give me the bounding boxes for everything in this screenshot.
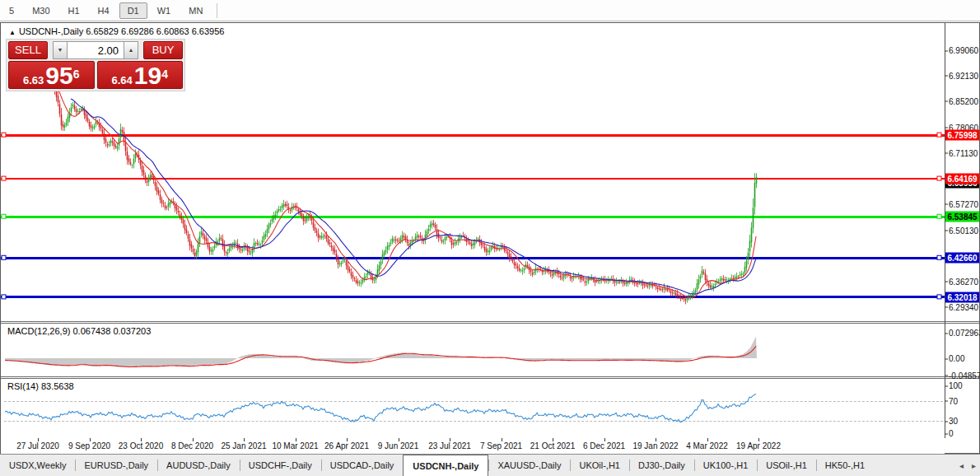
tab-scroll-left-icon[interactable]: ◂: [955, 461, 968, 470]
date-axis-label: 8 Dec 2020: [171, 441, 213, 450]
date-axis-label: 25 Jan 2021: [221, 441, 266, 450]
date-axis-label: 19 Apr 2022: [736, 441, 781, 450]
date-axis-label: 4 Mar 2022: [686, 441, 728, 450]
level-price-badge: 6.32018: [945, 292, 979, 302]
timeframe-button-d1[interactable]: D1: [119, 2, 147, 19]
tab-scroll-arrows: ◂▸: [955, 455, 980, 476]
macd-histogram-area: [5, 337, 757, 368]
chart-tab-usdcad-daily[interactable]: USDCAD-,Daily: [321, 455, 404, 476]
rsi-plot[interactable]: [1, 379, 945, 438]
price-axis-tick: 6.85200: [949, 96, 978, 105]
level-line-handle[interactable]: [937, 214, 941, 218]
ma-slow-line: [71, 99, 756, 294]
macd-axis-tick: -0.04857: [949, 371, 980, 380]
chart-symbol-label: USDCNH-,Daily: [19, 26, 83, 36]
chart-title: ▲USDCNH-,Daily 6.65829 6.69286 6.60863 6…: [9, 26, 224, 36]
trading-terminal: 5M30H1H4D1W1MN ▲USDCNH-,Daily 6.65829 6.…: [0, 0, 980, 476]
level-line-handle[interactable]: [2, 214, 6, 218]
level-price-badge: 6.75998: [945, 130, 979, 141]
timeframe-button-5[interactable]: 5: [1, 2, 22, 19]
date-axis-label: 23 Oct 2020: [119, 441, 163, 450]
timeframe-button-h1[interactable]: H1: [60, 2, 88, 19]
chart-tab-eurusd-daily[interactable]: EURUSD-,Daily: [75, 455, 157, 476]
horizontal-level-line[interactable]: [1, 178, 945, 180]
level-price-badge: 6.42660: [945, 253, 979, 264]
level-line-handle[interactable]: [2, 295, 6, 299]
level-line-handle[interactable]: [2, 255, 6, 259]
rsi-label: RSI(14) 83.5638: [7, 381, 74, 391]
chart-tab-uk100-h1[interactable]: UK100-,H1: [694, 455, 757, 476]
volume-input[interactable]: [68, 41, 124, 59]
rsi-axis-tick: 30: [949, 417, 958, 426]
collapse-triangle-icon[interactable]: ▲: [9, 29, 16, 36]
date-axis-label: 9 Sep 2020: [68, 441, 110, 450]
macd-indicator-pane[interactable]: MACD(12,26,9) 0.067438 0.037203: [1, 324, 945, 376]
level-line-handle[interactable]: [937, 176, 941, 180]
date-axis-label: 27 Jul 2020: [16, 441, 59, 450]
rsi-line: [5, 394, 756, 422]
date-axis: 27 Jul 20209 Sep 202023 Oct 20208 Dec 20…: [1, 438, 945, 454]
volume-decrease-icon[interactable]: ▼: [53, 41, 68, 59]
buy-price-button[interactable]: 6.64 19 4: [97, 61, 184, 89]
timeframe-button-h4[interactable]: H4: [90, 2, 118, 19]
buy-price-pips: 19: [134, 65, 161, 86]
date-axis-label: 7 Sep 2021: [480, 441, 522, 450]
timeframe-button-m30[interactable]: M30: [24, 2, 58, 19]
level-line-handle[interactable]: [2, 176, 6, 180]
price-axis-tick: 6.36270: [949, 277, 978, 286]
horizontal-level-line[interactable]: [1, 216, 945, 218]
volume-increase-icon[interactable]: ▲: [124, 41, 138, 59]
timeframe-button-mn[interactable]: MN: [180, 2, 211, 19]
chart-tab-usoil-h1[interactable]: USOil-,H1: [757, 455, 816, 476]
buy-price-point: 4: [161, 62, 168, 86]
sell-price-button[interactable]: 6.63 95 6: [8, 61, 95, 89]
chart-tab-usdcnh-daily[interactable]: USDCNH-,Daily: [403, 455, 488, 476]
price-axis-tick: 6.50130: [949, 226, 978, 235]
level-line-handle[interactable]: [937, 255, 941, 259]
horizontal-level-line[interactable]: [1, 257, 945, 259]
rsi-axis-tick: 70: [949, 396, 958, 405]
date-axis-label: 9 Jun 2021: [378, 441, 419, 450]
chart-tab-dj30-daily[interactable]: DJ30-,Daily: [629, 455, 694, 476]
date-axis-label: 19 Jan 2022: [632, 441, 678, 450]
price-axis-tick: 6.29340: [949, 302, 978, 311]
chart-window: ▲USDCNH-,Daily 6.65829 6.69286 6.60863 6…: [0, 22, 980, 454]
level-line-handle[interactable]: [937, 295, 941, 299]
sell-price-prefix: 6.63: [23, 74, 44, 86]
toolbar-divider: [217, 3, 217, 18]
volume-stepper: ▼ ▲: [53, 41, 138, 59]
chart-tab-usdchf-daily[interactable]: USDCHF-,Daily: [240, 455, 321, 476]
price-axis-tick: 6.57270: [949, 199, 978, 208]
sell-price-point: 6: [73, 62, 80, 86]
chart-tab-hk50-h1[interactable]: HK50-,H1: [816, 455, 874, 476]
macd-axis-tick: 0.072963: [949, 329, 980, 338]
chart-tab-xauusd-daily[interactable]: XAUUSD-,Daily: [488, 455, 570, 476]
horizontal-level-line[interactable]: [1, 134, 945, 137]
chart-tab-ukoil-h1[interactable]: UKOil-,H1: [570, 455, 629, 476]
rsi-axis-tick: 100: [949, 381, 963, 390]
date-axis-label: 6 Dec 2021: [583, 441, 625, 450]
buy-button[interactable]: BUY: [143, 41, 183, 59]
timeframe-button-w1[interactable]: W1: [149, 2, 180, 19]
rsi-indicator-pane[interactable]: RSI(14) 83.5638: [1, 379, 945, 438]
sell-price-pips: 95: [45, 65, 72, 86]
rsi-axis-tick: 0: [949, 429, 954, 438]
level-line-handle[interactable]: [2, 133, 6, 137]
level-price-badge: 6.53845: [945, 212, 979, 222]
chart-tab-usdx-weekly[interactable]: USDX,Weekly: [0, 455, 75, 476]
timeframe-toolbar: 5M30H1H4D1W1MN: [0, 0, 980, 21]
macd-axis-tick: 0.00: [949, 354, 964, 363]
price-axis-tick: 6.92130: [949, 71, 978, 80]
date-axis-label: 23 Jul 2021: [428, 441, 471, 450]
level-price-badge: 6.64169: [945, 174, 979, 184]
chart-ohlc-values: 6.65829 6.69286 6.60863 6.63956: [86, 26, 224, 36]
chart-tabs-bar: USDX,WeeklyEURUSD-,DailyAUDUSD-,DailyUSD…: [0, 454, 980, 476]
date-axis-label: 10 Mar 2021: [272, 441, 318, 450]
chart-tab-audusd-daily[interactable]: AUDUSD-,Daily: [157, 455, 240, 476]
level-line-handle[interactable]: [937, 133, 941, 137]
one-click-trade-panel: SELL ▼ ▲ BUY 6.63 95 6 6.64 19 4: [6, 39, 185, 91]
price-axis: 6.990606.921306.852006.780606.711306.572…: [945, 23, 979, 438]
sell-button[interactable]: SELL: [8, 41, 48, 59]
tab-scroll-right-icon[interactable]: ▸: [968, 461, 980, 470]
horizontal-level-line[interactable]: [1, 296, 945, 298]
